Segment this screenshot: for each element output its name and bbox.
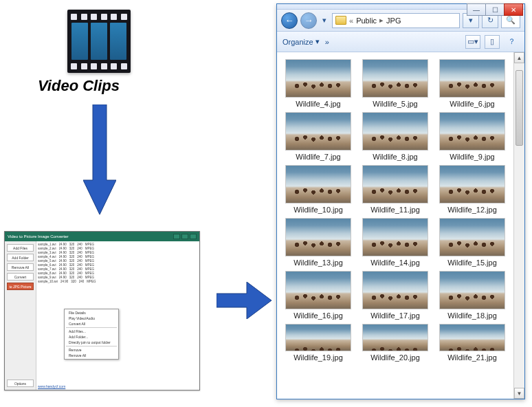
file-item[interactable]: Wildlife_10.jpg bbox=[281, 165, 355, 214]
thumbnail bbox=[362, 324, 428, 351]
file-item[interactable]: Wildlife_15.jpg bbox=[435, 218, 509, 267]
thumbnail bbox=[439, 271, 505, 309]
explorer-chrome[interactable]: — ☐ ✕ bbox=[277, 4, 524, 10]
file-item[interactable]: Wildlife_21.jpg bbox=[435, 324, 509, 362]
scroll-thumb[interactable] bbox=[516, 70, 523, 146]
scroll-down-button[interactable]: ▼ bbox=[514, 388, 524, 399]
converter-close-button[interactable] bbox=[190, 234, 197, 239]
file-name: Wildlife_9.jpg bbox=[450, 153, 494, 161]
file-name: Wildlife_12.jpg bbox=[447, 206, 497, 214]
converter-sidebar: Add FilesAdd FolderRemove AllConvertto J… bbox=[5, 241, 36, 390]
thumbnail bbox=[439, 112, 505, 151]
file-item[interactable]: Wildlife_17.jpg bbox=[358, 271, 432, 320]
thumbnail bbox=[362, 271, 428, 309]
explorer-close-button[interactable]: ✕ bbox=[504, 3, 523, 16]
context-menu-item[interactable]: Add Files... bbox=[65, 329, 118, 334]
explorer-toolbar: Organize ▾ » ▭▾ ▯ ？ bbox=[277, 32, 524, 52]
arrow-down-icon bbox=[83, 104, 116, 214]
context-menu-item[interactable]: Remove bbox=[65, 347, 118, 353]
thumbnail bbox=[285, 112, 351, 151]
thumbnail bbox=[285, 59, 351, 98]
scroll-up-button[interactable]: ▲ bbox=[514, 52, 524, 63]
thumbnail bbox=[362, 165, 428, 204]
converter-side-button[interactable]: Add Folder bbox=[7, 254, 34, 261]
file-name: Wildlife_5.jpg bbox=[373, 100, 417, 108]
explorer-max-button[interactable]: ☐ bbox=[485, 3, 505, 16]
file-item[interactable]: Wildlife_19.jpg bbox=[281, 324, 355, 362]
file-name: Wildlife_19.jpg bbox=[293, 353, 343, 362]
converter-title: Video to Picture Image Converter bbox=[8, 234, 69, 239]
converter-max-button[interactable] bbox=[181, 234, 188, 239]
thumbnail bbox=[285, 218, 351, 256]
forward-button[interactable]: → bbox=[300, 12, 317, 29]
nav-history-dropdown[interactable]: ▾ bbox=[320, 14, 329, 27]
file-name: Wildlife_21.jpg bbox=[447, 353, 497, 362]
file-name: Wildlife_20.jpg bbox=[370, 353, 420, 362]
file-name: Wildlife_7.jpg bbox=[296, 153, 340, 161]
file-name: Wildlife_15.jpg bbox=[447, 258, 497, 267]
scrollbar[interactable]: ▲ ▼ bbox=[513, 52, 524, 399]
film-strip-icon bbox=[67, 10, 131, 73]
thumbnail bbox=[285, 165, 351, 204]
chevron-down-icon: ▾ bbox=[315, 37, 320, 46]
explorer-content[interactable]: Wildlife_4.jpgWildlife_5.jpgWildlife_6.j… bbox=[277, 52, 513, 399]
view-button[interactable]: ▭▾ bbox=[465, 35, 480, 49]
file-name: Wildlife_13.jpg bbox=[293, 258, 343, 267]
preview-pane-button[interactable]: ▯ bbox=[485, 35, 500, 49]
context-menu-item[interactable]: Play Video/Audio bbox=[65, 316, 118, 321]
file-item[interactable]: Wildlife_11.jpg bbox=[358, 165, 432, 214]
converter-window: Video to Picture Image Converter Add Fil… bbox=[4, 231, 200, 390]
file-item[interactable]: Wildlife_7.jpg bbox=[281, 112, 355, 161]
file-item[interactable]: Wildlife_20.jpg bbox=[358, 324, 432, 362]
file-name: Wildlife_10.jpg bbox=[293, 206, 343, 214]
file-name: Wildlife_8.jpg bbox=[373, 153, 417, 161]
address-bar[interactable]: « Public ▸ JPG bbox=[332, 13, 460, 28]
thumbnail bbox=[439, 59, 505, 98]
file-item[interactable]: Wildlife_16.jpg bbox=[281, 271, 355, 320]
converter-context-menu[interactable]: File DetailsPlay Video/AudioConvert AllA… bbox=[64, 309, 119, 360]
file-item[interactable]: Wildlife_9.jpg bbox=[435, 112, 509, 161]
thumbnail bbox=[362, 112, 428, 151]
context-menu-item[interactable]: Add Folder... bbox=[65, 334, 118, 340]
file-item[interactable]: Wildlife_4.jpg bbox=[281, 59, 355, 108]
organize-button[interactable]: Organize ▾ bbox=[282, 37, 320, 46]
context-menu-item[interactable]: File Details bbox=[65, 310, 118, 316]
context-menu-item[interactable]: Directly join to output folder bbox=[65, 340, 118, 345]
arrow-right-icon bbox=[217, 282, 271, 319]
converter-titlebar[interactable]: Video to Picture Image Converter bbox=[5, 232, 199, 241]
crumb-jpg[interactable]: JPG bbox=[386, 16, 401, 25]
folder-icon bbox=[335, 16, 346, 25]
context-menu-item[interactable]: Remove All bbox=[65, 353, 118, 358]
thumbnail bbox=[362, 59, 428, 98]
explorer-min-button[interactable]: — bbox=[467, 3, 486, 16]
context-menu-item[interactable]: Convert All bbox=[65, 321, 118, 327]
file-name: Wildlife_4.jpg bbox=[296, 100, 340, 108]
converter-side-button[interactable]: Options bbox=[7, 380, 34, 387]
file-item[interactable]: Wildlife_5.jpg bbox=[358, 59, 432, 108]
file-name: Wildlife_17.jpg bbox=[370, 311, 420, 320]
file-item[interactable]: Wildlife_18.jpg bbox=[435, 271, 509, 320]
explorer-window: — ☐ ✕ ← → ▾ « Public ▸ JPG ▾ ↻ 🔍 Organiz… bbox=[276, 3, 525, 399]
converter-side-button[interactable]: Add Files bbox=[7, 244, 34, 252]
file-item[interactable]: Wildlife_8.jpg bbox=[358, 112, 432, 161]
crumb-public[interactable]: Public bbox=[356, 16, 377, 25]
thumbnail bbox=[439, 324, 505, 351]
converter-side-button[interactable]: Convert bbox=[7, 273, 34, 280]
video-clips-label: Video Clips bbox=[38, 77, 120, 95]
file-item[interactable]: Wildlife_14.jpg bbox=[358, 218, 432, 267]
converter-side-button[interactable]: Remove All bbox=[7, 263, 34, 271]
converter-file-list[interactable]: sample_1.avi24.90320240MPEG sample_2.avi… bbox=[36, 241, 199, 390]
file-name: Wildlife_16.jpg bbox=[293, 311, 343, 320]
converter-side-button[interactable]: to JPG Picture bbox=[7, 283, 34, 290]
toolbar-more[interactable]: » bbox=[325, 38, 329, 46]
file-name: Wildlife_6.jpg bbox=[450, 100, 494, 108]
help-button[interactable]: ？ bbox=[504, 35, 519, 49]
file-item[interactable]: Wildlife_13.jpg bbox=[281, 218, 355, 267]
converter-min-button[interactable] bbox=[173, 234, 180, 239]
file-item[interactable]: Wildlife_6.jpg bbox=[435, 59, 509, 108]
converter-footer-link[interactable]: www.handycf.com bbox=[38, 384, 65, 388]
thumbnail bbox=[285, 324, 351, 351]
file-item[interactable]: Wildlife_12.jpg bbox=[435, 165, 509, 214]
file-name: Wildlife_14.jpg bbox=[370, 258, 420, 267]
back-button[interactable]: ← bbox=[281, 12, 298, 29]
